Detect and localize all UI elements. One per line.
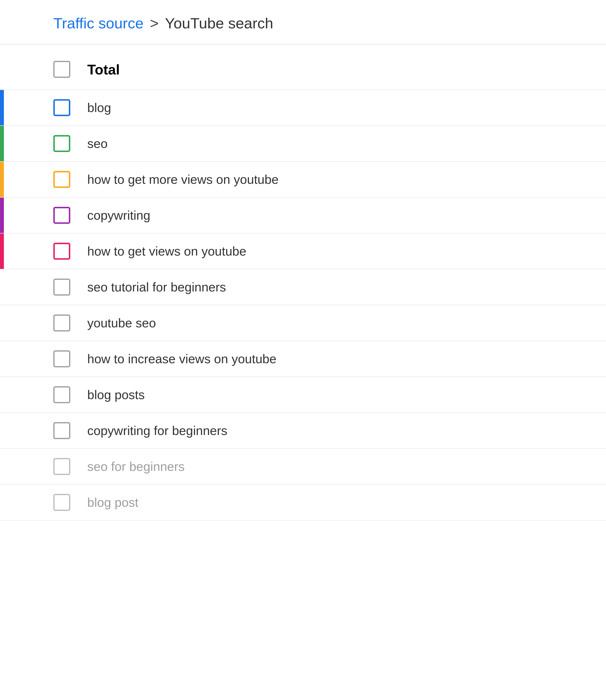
item-label-youtube-seo: youtube seo xyxy=(87,316,156,330)
item-label-how-to-get-views: how to get views on youtube xyxy=(87,244,246,258)
list-item-copywriting: copywriting xyxy=(0,198,606,233)
checkbox-seo-for-beginners[interactable] xyxy=(53,458,70,475)
list-item-blog-post: blog post xyxy=(0,485,606,521)
item-label-total: Total xyxy=(87,61,120,77)
breadcrumb-separator: > xyxy=(150,15,159,32)
checkbox-blog[interactable] xyxy=(53,99,70,116)
item-label-blog-post: blog post xyxy=(87,495,138,510)
checkbox-copywriting[interactable] xyxy=(53,207,70,224)
item-label-copywriting-for-beginners: copywriting for beginners xyxy=(87,423,227,438)
checkbox-blog-posts[interactable] xyxy=(53,386,70,403)
traffic-source-link[interactable]: Traffic source xyxy=(53,15,143,32)
item-label-how-to-get-more-views: how to get more views on youtube xyxy=(87,172,279,187)
item-label-how-to-increase-views: how to increase views on youtube xyxy=(87,352,276,366)
item-label-blog-posts: blog posts xyxy=(87,387,145,402)
list-item-total: Total xyxy=(0,49,606,90)
checkbox-seo[interactable] xyxy=(53,135,70,152)
item-label-copywriting: copywriting xyxy=(87,208,150,223)
list-item-seo: seo xyxy=(0,126,606,162)
item-label-seo-for-beginners: seo for beginners xyxy=(87,459,185,474)
breadcrumb-current: YouTube search xyxy=(165,15,273,32)
list-item-how-to-get-more-views: how to get more views on youtube xyxy=(0,162,606,198)
checkbox-youtube-seo[interactable] xyxy=(53,315,70,332)
checkbox-seo-tutorial[interactable] xyxy=(53,278,70,296)
search-term-list: Totalblogseohow to get more views on you… xyxy=(0,49,606,521)
list-item-copywriting-for-beginners: copywriting for beginners xyxy=(0,413,606,449)
list-item-blog: blog xyxy=(0,90,606,126)
checkbox-blog-post[interactable] xyxy=(53,494,70,511)
list-item-youtube-seo: youtube seo xyxy=(0,305,606,341)
item-label-blog: blog xyxy=(87,100,111,115)
breadcrumb: Traffic source > YouTube search xyxy=(0,0,606,44)
checkbox-copywriting-for-beginners[interactable] xyxy=(53,422,70,439)
list-item-how-to-get-views: how to get views on youtube xyxy=(0,233,606,269)
list-item-how-to-increase-views: how to increase views on youtube xyxy=(0,341,606,377)
item-label-seo: seo xyxy=(87,136,108,151)
list-item-seo-for-beginners: seo for beginners xyxy=(0,449,606,485)
list-item-seo-tutorial: seo tutorial for beginners xyxy=(0,269,606,305)
checkbox-how-to-get-views[interactable] xyxy=(53,243,70,260)
checkbox-how-to-get-more-views[interactable] xyxy=(53,171,70,188)
header-divider xyxy=(0,44,606,44)
checkbox-total[interactable] xyxy=(53,61,70,78)
checkbox-how-to-increase-views[interactable] xyxy=(53,351,70,367)
list-item-blog-posts: blog posts xyxy=(0,377,606,413)
item-label-seo-tutorial: seo tutorial for beginners xyxy=(87,280,226,294)
